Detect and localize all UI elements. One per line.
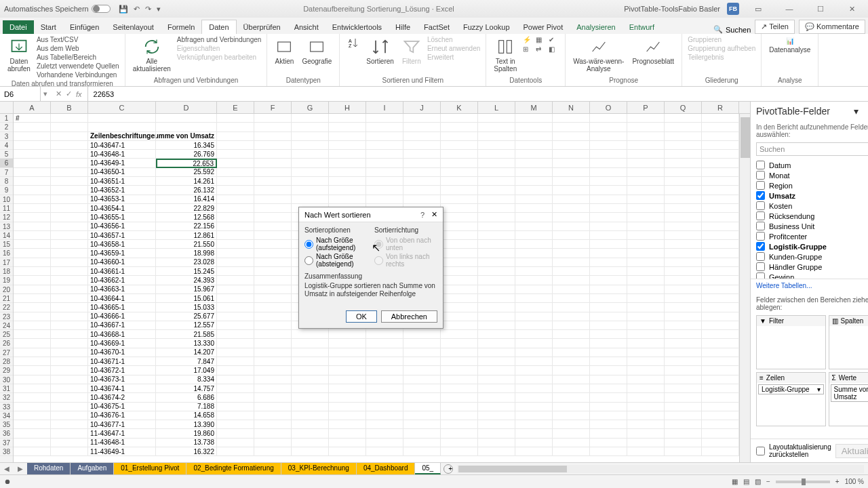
row-header[interactable]: 17 bbox=[0, 258, 13, 267]
cell[interactable] bbox=[292, 429, 329, 438]
cell[interactable] bbox=[553, 330, 590, 339]
cell[interactable] bbox=[627, 240, 665, 249]
row-header[interactable]: 34 bbox=[0, 411, 13, 420]
cell[interactable] bbox=[627, 276, 665, 285]
cell[interactable] bbox=[254, 141, 292, 150]
cell[interactable] bbox=[665, 249, 702, 258]
row-header[interactable]: 1 bbox=[0, 114, 13, 123]
cell[interactable]: 10-43671-1 bbox=[88, 357, 156, 366]
cell[interactable] bbox=[329, 132, 366, 141]
cell[interactable] bbox=[217, 429, 254, 438]
cell[interactable] bbox=[478, 249, 515, 258]
ribbon-options-icon[interactable]: ▭ bbox=[746, 2, 770, 16]
cell[interactable] bbox=[51, 429, 88, 438]
cell[interactable] bbox=[51, 420, 88, 429]
cell[interactable] bbox=[478, 303, 515, 312]
cell[interactable] bbox=[702, 312, 739, 321]
cell[interactable] bbox=[515, 429, 553, 438]
vertical-scrollbar[interactable] bbox=[739, 114, 750, 462]
sheet-tab[interactable]: 02_Bedingte Formatierung bbox=[186, 463, 281, 474]
tab-power pivot[interactable]: Power Pivot bbox=[517, 20, 570, 34]
cell[interactable] bbox=[217, 195, 254, 204]
cell[interactable] bbox=[403, 420, 441, 429]
cell[interactable] bbox=[292, 439, 329, 447]
cell[interactable] bbox=[14, 267, 51, 276]
cell[interactable] bbox=[665, 168, 702, 177]
cell[interactable] bbox=[553, 159, 590, 167]
row-header[interactable]: 29 bbox=[0, 366, 13, 375]
cell[interactable] bbox=[590, 258, 627, 267]
radio-descending[interactable]: Nach Größe (absteigend) bbox=[304, 252, 368, 268]
cell[interactable] bbox=[254, 240, 292, 249]
cell[interactable] bbox=[366, 150, 403, 159]
field-checkbox[interactable] bbox=[756, 191, 765, 200]
cell[interactable] bbox=[478, 294, 515, 303]
cell[interactable]: 7.188 bbox=[156, 403, 217, 411]
cell[interactable] bbox=[441, 303, 478, 312]
cell[interactable] bbox=[627, 375, 665, 384]
cell[interactable] bbox=[292, 447, 329, 456]
cell[interactable] bbox=[254, 195, 292, 204]
cell[interactable] bbox=[590, 403, 627, 411]
cell[interactable] bbox=[254, 294, 292, 303]
cell[interactable] bbox=[702, 177, 739, 186]
column-header[interactable]: C bbox=[88, 102, 156, 113]
tab-seitenlayout[interactable]: Seitenlayout bbox=[106, 20, 161, 34]
cell[interactable]: 10-43666-1 bbox=[88, 312, 156, 321]
cell[interactable] bbox=[366, 348, 403, 357]
row-header[interactable]: 23 bbox=[0, 312, 13, 321]
cell[interactable] bbox=[292, 159, 329, 167]
cell[interactable] bbox=[702, 159, 739, 167]
cell[interactable] bbox=[478, 447, 515, 456]
cell[interactable] bbox=[590, 420, 627, 429]
name-box-input[interactable] bbox=[4, 90, 36, 98]
cell[interactable] bbox=[478, 150, 515, 159]
cell[interactable] bbox=[515, 195, 553, 204]
value-field-chip[interactable]: Summe von Umsatz▾ bbox=[831, 384, 869, 402]
cell[interactable]: 14.658 bbox=[156, 411, 217, 420]
tab-file[interactable]: Datei bbox=[3, 20, 34, 34]
cell[interactable] bbox=[441, 447, 478, 456]
column-header[interactable]: R bbox=[702, 102, 739, 113]
cell[interactable] bbox=[702, 132, 739, 141]
cell[interactable] bbox=[553, 276, 590, 285]
cell[interactable] bbox=[702, 330, 739, 339]
cell[interactable]: 15.245 bbox=[156, 267, 217, 276]
row-header[interactable]: 2 bbox=[0, 123, 13, 131]
cell[interactable] bbox=[366, 420, 403, 429]
cell[interactable] bbox=[702, 249, 739, 258]
row-header[interactable]: 22 bbox=[0, 303, 13, 312]
cell[interactable] bbox=[14, 411, 51, 420]
cell[interactable] bbox=[590, 141, 627, 150]
cell[interactable] bbox=[665, 330, 702, 339]
cell[interactable]: 15.061 bbox=[156, 294, 217, 303]
cell[interactable] bbox=[515, 384, 553, 393]
cell[interactable] bbox=[51, 357, 88, 366]
cell[interactable] bbox=[329, 411, 366, 420]
cell[interactable] bbox=[329, 159, 366, 167]
add-sheet-icon[interactable]: + bbox=[443, 464, 453, 474]
cell[interactable] bbox=[51, 439, 88, 447]
cell[interactable] bbox=[553, 177, 590, 186]
cell[interactable] bbox=[254, 150, 292, 159]
cell[interactable] bbox=[441, 285, 478, 294]
cell[interactable] bbox=[88, 114, 156, 123]
cell[interactable] bbox=[254, 249, 292, 258]
cell[interactable]: 21.585 bbox=[156, 330, 217, 339]
row-field-chip[interactable]: Logistik-Gruppe▾ bbox=[758, 384, 824, 394]
field-item[interactable]: Datum bbox=[756, 160, 868, 170]
cell[interactable] bbox=[515, 439, 553, 447]
more-tables-link[interactable]: Weitere Tabellen... bbox=[751, 279, 868, 292]
cell[interactable] bbox=[329, 348, 366, 357]
cell[interactable] bbox=[702, 276, 739, 285]
cell[interactable]: 16.345 bbox=[156, 141, 217, 150]
ribbon-item[interactable]: Aus Text/CSV bbox=[37, 36, 119, 43]
cell[interactable] bbox=[627, 168, 665, 177]
cell[interactable] bbox=[702, 403, 739, 411]
sheet-nav-prev-icon[interactable]: ◀ bbox=[0, 465, 14, 472]
cell[interactable] bbox=[51, 348, 88, 357]
cell[interactable]: 10-43660-1 bbox=[88, 258, 156, 267]
cell[interactable] bbox=[441, 204, 478, 213]
cell[interactable] bbox=[329, 439, 366, 447]
cell[interactable] bbox=[441, 375, 478, 384]
